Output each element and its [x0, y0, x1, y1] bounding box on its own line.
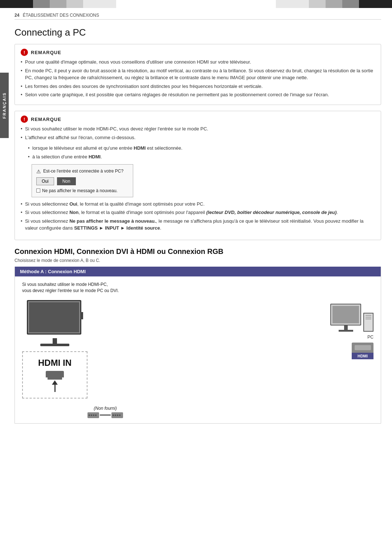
method-a-intro: Si vous souhaitez utiliser le mode HDMI-…: [22, 282, 373, 294]
list-item: Pour une qualité d'image optimale, nous …: [21, 59, 375, 66]
pc-line: [366, 315, 371, 316]
pc-monitor-neck: [344, 325, 348, 330]
tooth: [113, 414, 114, 416]
list-item: Si vous sélectionnez Oui, le format et l…: [21, 201, 375, 208]
list-item: lorsque le téléviseur est allumé et qu'u…: [28, 145, 375, 152]
remarque-title-2: REMARQUE: [31, 117, 61, 122]
pc-screen: [332, 306, 359, 323]
remarque-header-1: ! REMARQUE: [21, 49, 375, 56]
cable-section: (Non fourni): [87, 406, 123, 418]
remarque-icon-1: !: [21, 49, 28, 56]
pc-illustration: [330, 304, 373, 332]
list-item: En mode PC, il peut y avoir du bruit ass…: [21, 68, 375, 81]
hdmi-cable-connectors: [87, 412, 123, 418]
page-title: Connecting a PC: [15, 27, 381, 38]
pc-line: [366, 319, 371, 319]
tooth: [117, 414, 118, 416]
dialog-oui-button[interactable]: Oui: [36, 177, 54, 185]
pc-section: PC HDMI: [98, 300, 373, 359]
dialog-checkbox[interactable]: [36, 189, 40, 193]
section2-title: Connexion HDMI, Connexion DVI à HDMI ou …: [15, 247, 381, 256]
dialog-checkbox-label: Ne pas afficher le message à nouveau.: [42, 188, 118, 193]
hdmi-port-bottom: [48, 377, 62, 380]
hdmi-in-label: HDMI IN: [30, 358, 79, 368]
remarque-title-1: REMARQUE: [31, 50, 61, 55]
remarque-list-2-after: Si vous sélectionnez Oui, le format et l…: [21, 201, 375, 232]
cable-line: [100, 414, 111, 416]
remarque-list-2-before: Si vous souhaitez utiliser le mode HDMI-…: [21, 126, 375, 141]
hdmi-cable-right: [111, 412, 123, 418]
hdmi-connector-inner: [355, 345, 371, 350]
dialog-box: ⚠ Est-ce l'entrée est connectée à votre …: [32, 164, 133, 197]
hdmi-port-area: [30, 371, 79, 377]
remarque-icon-2: !: [21, 116, 28, 123]
remarque-box-1: ! REMARQUE Pour une qualité d'image opti…: [15, 44, 381, 105]
pc-monitor-base: [339, 330, 353, 332]
main-content: 24 ÉTABLISSEMENT DES CONNEXIONS Connecti…: [15, 0, 381, 424]
connector-body-right: [111, 412, 123, 418]
language-label: FRANÇAIS: [2, 92, 7, 119]
list-item: Les formes des ondes des sources de sync…: [21, 83, 375, 90]
connector-teeth-top: [89, 414, 98, 416]
connector-teeth-right: [113, 414, 122, 416]
hdmi-port-shape: [46, 371, 64, 377]
pc-tower: [363, 313, 373, 332]
dialog-non-button[interactable]: Non: [57, 177, 76, 185]
hdmi-in-box: HDMI IN: [22, 351, 87, 399]
tooth: [115, 414, 116, 416]
hdmi-connector-group: HDMI: [352, 343, 373, 359]
dialog-checkbox-row[interactable]: Ne pas afficher le message à nouveau.: [36, 188, 128, 193]
tooth: [89, 414, 90, 416]
tv-screen-container: [27, 300, 83, 338]
method-a-box: Méthode A : Connexion HDMI Si vous souha…: [15, 267, 381, 424]
hdmi-arrow-area: [30, 380, 79, 392]
method-a-header: Méthode A : Connexion HDMI: [15, 267, 381, 276]
warning-triangle-icon: ⚠: [36, 169, 41, 174]
top-bar-right: [276, 0, 392, 8]
tooth: [119, 414, 121, 416]
pc-label: PC: [367, 335, 373, 340]
list-item: Si vous sélectionnez Ne pas afficher le …: [21, 218, 375, 232]
tooth: [95, 414, 97, 416]
remarque-header-2: ! REMARQUE: [21, 116, 375, 123]
list-item: à la sélection d'une entrée HDMI.: [28, 154, 375, 161]
page-header: 24 ÉTABLISSEMENT DES CONNEXIONS: [15, 13, 381, 20]
section2-desc: Choisissez le mode de connexion A, B ou …: [15, 258, 381, 263]
connector-body: [87, 412, 99, 418]
hdmi-arrow-stem: [54, 385, 56, 392]
tooth: [91, 414, 92, 416]
remarque-box-2: ! REMARQUE Si vous souhaitez utiliser le…: [15, 111, 381, 240]
tv-base: [40, 344, 69, 346]
tv-neck: [53, 338, 57, 344]
hdmi-label: HDMI: [352, 353, 373, 359]
page-number: 24: [15, 13, 19, 18]
list-item: Si vous sélectionnez Non, le format et l…: [21, 209, 375, 216]
pc-monitor-group: [330, 304, 361, 332]
tooth: [93, 414, 94, 416]
tv-display: [29, 302, 79, 332]
hdmi-connector-pc: [352, 343, 373, 353]
pc-monitor: [330, 304, 361, 325]
cable-row: (Non fourni): [22, 406, 373, 418]
top-bar-left: [0, 0, 116, 8]
tv-body: [27, 300, 81, 335]
list-item: L'afficheur est affiché sur l'écran, com…: [21, 134, 375, 141]
remarque-list-1: Pour une qualité d'image optimale, nous …: [21, 59, 375, 98]
method-a-content: Si vous souhaitez utiliser le mode HDMI-…: [15, 276, 381, 423]
list-item: Selon votre carte graphique, il est poss…: [21, 92, 375, 98]
tv-side-port: [80, 312, 83, 319]
page-section: ÉTABLISSEMENT DES CONNEXIONS: [23, 13, 99, 18]
list-item: Si vous souhaitez utiliser le mode HDMI-…: [21, 126, 375, 133]
indent-list: lorsque le téléviseur est allumé et qu'u…: [28, 145, 375, 161]
language-tab: FRANÇAIS: [0, 73, 9, 138]
non-fourni-label: (Non fourni): [94, 406, 117, 411]
hdmi-cable-left: [87, 412, 99, 418]
dialog-warning: ⚠ Est-ce l'entrée est connectée à votre …: [36, 168, 128, 174]
dialog-buttons: Oui Non: [36, 177, 128, 185]
pc-line: [366, 317, 371, 317]
dialog-warning-text: Est-ce l'entrée est connectée à votre PC…: [43, 168, 123, 174]
hdmi-arrow-head: [52, 380, 58, 385]
tv-section: HDMI IN: [22, 300, 87, 399]
